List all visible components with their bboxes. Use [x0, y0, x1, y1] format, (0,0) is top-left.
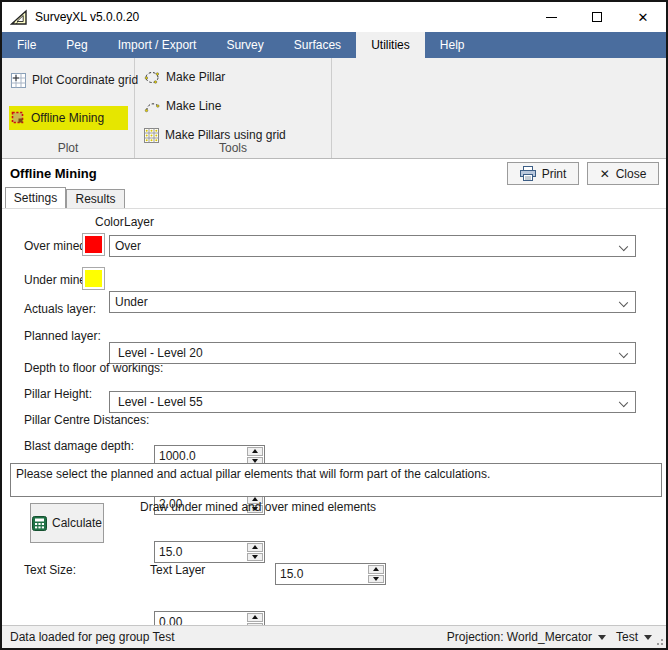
make-line-label: Make Line [166, 99, 221, 113]
app-window: SurveyXL v5.0.0.20 ✕ File Peg Import / E… [0, 0, 668, 650]
make-pillar-label: Make Pillar [166, 70, 225, 84]
spin-down-button[interactable] [368, 575, 384, 584]
spin-up-button[interactable] [247, 613, 263, 622]
draw-elements-checkbox-label: Draw under mined and over mined elements [140, 500, 376, 515]
make-line-icon [144, 99, 160, 114]
maximize-icon [592, 12, 602, 22]
print-button[interactable]: Print [507, 162, 579, 185]
depth-to-floor-label: Depth to floor of workings: [24, 357, 163, 379]
window-controls: ✕ [528, 2, 666, 32]
planned-layer-label: Planned layer: [24, 325, 101, 347]
app-logo-icon [10, 9, 28, 26]
close-button[interactable]: ✕ Close [587, 162, 659, 185]
title-bar: SurveyXL v5.0.0.20 ✕ [2, 2, 666, 32]
caret-down-icon [644, 635, 652, 640]
peg-group-label: Test [616, 630, 638, 644]
chevron-down-icon [619, 398, 628, 407]
peg-group-dropdown[interactable]: Test [616, 630, 652, 644]
text-layer-label: Text Layer [150, 559, 205, 581]
spin-down-button[interactable] [247, 553, 263, 562]
column-header-color: Color [95, 215, 124, 229]
tab-strip: Settings Results [2, 187, 666, 208]
menu-bar: File Peg Import / Export Survey Surfaces… [2, 32, 666, 58]
pillar-centre-distances-label: Pillar Centre Distances: [24, 409, 149, 431]
plot-coordinate-grid-button[interactable]: Plot Coordinate grid [11, 68, 134, 92]
ribbon-group-plot-label: Plot [2, 141, 134, 155]
make-pillars-using-grid-label: Make Pillars using grid [165, 128, 286, 142]
status-message: Data loaded for peg group Test [10, 630, 175, 644]
over-mined-color [85, 236, 102, 253]
spin-up-button[interactable] [368, 565, 384, 574]
planned-layer-value: Level - Level 55 [110, 395, 203, 409]
over-mined-color-swatch[interactable] [82, 233, 105, 256]
menu-import-export[interactable]: Import / Export [103, 32, 212, 58]
print-button-label: Print [542, 167, 567, 181]
offline-mining-button[interactable]: Offline Mining [9, 106, 128, 130]
coordinate-grid-icon [11, 73, 26, 88]
over-mined-label: Over mined: [24, 235, 89, 257]
offline-mining-icon [11, 111, 25, 125]
pillar-centre-y-value: 15.0 [280, 564, 303, 584]
menu-surfaces[interactable]: Surfaces [279, 32, 356, 58]
under-mined-layer-value: Under [110, 295, 148, 309]
minimize-icon [546, 17, 557, 18]
panel-title: Offline Mining [10, 166, 97, 181]
menu-peg[interactable]: Peg [51, 32, 102, 58]
instructions-text: Please select the planned and actual pil… [16, 467, 490, 481]
ribbon-group-plot: Plot Coordinate grid Offline Mining Plot [2, 58, 135, 158]
ribbon: Plot Coordinate grid Offline Mining Plot [2, 58, 666, 159]
text-size-label: Text Size: [24, 559, 76, 581]
offline-mining-label: Offline Mining [31, 111, 104, 125]
pillar-height-label: Pillar Height: [24, 383, 92, 405]
under-mined-color-swatch[interactable] [82, 267, 105, 290]
window-title: SurveyXL v5.0.0.20 [35, 10, 139, 24]
ribbon-group-tools-label: Tools [135, 141, 331, 155]
planned-layer-dropdown[interactable]: Level - Level 55 [109, 391, 636, 413]
close-window-button[interactable]: ✕ [620, 2, 666, 32]
maximize-button[interactable] [574, 2, 620, 32]
menu-utilities[interactable]: Utilities [356, 32, 425, 58]
actuals-layer-dropdown[interactable]: Level - Level 20 [109, 342, 636, 364]
under-mined-color [85, 270, 102, 287]
projection-dropdown[interactable]: Projection: World_Mercator [447, 630, 606, 644]
make-pillar-button[interactable]: Make Pillar [144, 65, 331, 89]
resize-grip[interactable] [653, 635, 663, 645]
spin-up-button[interactable] [247, 543, 263, 552]
menu-help[interactable]: Help [425, 32, 480, 58]
close-window-icon: ✕ [638, 11, 649, 24]
over-mined-layer-dropdown[interactable]: Over [109, 235, 636, 257]
calculate-button[interactable]: Calculate [30, 503, 104, 543]
ribbon-group-tools: Make Pillar Make Line [135, 58, 332, 158]
tab-settings[interactable]: Settings [5, 187, 66, 208]
plot-coordinate-grid-label: Plot Coordinate grid [32, 73, 138, 87]
tab-results[interactable]: Results [66, 189, 125, 208]
column-header-layer: Layer [124, 215, 154, 229]
minimize-button[interactable] [528, 2, 574, 32]
instructions-textbox[interactable]: Please select the planned and actual pil… [10, 463, 662, 497]
calculator-icon [32, 516, 47, 531]
menu-file[interactable]: File [2, 32, 51, 58]
calculate-button-label: Calculate [52, 516, 102, 530]
close-button-label: Close [616, 167, 647, 181]
blast-damage-depth-label: Blast damage depth: [24, 435, 134, 457]
spin-up-button[interactable] [247, 447, 263, 456]
chevron-down-icon [619, 349, 628, 358]
menu-survey[interactable]: Survey [211, 32, 278, 58]
chevron-down-icon [619, 242, 628, 251]
print-icon [520, 166, 536, 181]
make-line-button[interactable]: Make Line [144, 94, 331, 118]
actuals-layer-label: Actuals layer: [24, 298, 96, 320]
caret-down-icon [598, 635, 606, 640]
projection-label: Projection: World_Mercator [447, 630, 592, 644]
close-button-icon: ✕ [600, 167, 610, 181]
chevron-down-icon [619, 298, 628, 307]
pillar-centre-y-spinner[interactable]: 15.0 [275, 563, 386, 585]
settings-tab-page: Color Layer Over mined: Over Under mined… [2, 208, 666, 625]
make-pillar-icon [144, 70, 160, 85]
status-bar: Data loaded for peg group Test Projectio… [2, 625, 666, 648]
panel-header: Offline Mining Print ✕ Close [2, 160, 666, 187]
over-mined-layer-value: Over [110, 239, 141, 253]
under-mined-layer-dropdown[interactable]: Under [109, 291, 636, 313]
